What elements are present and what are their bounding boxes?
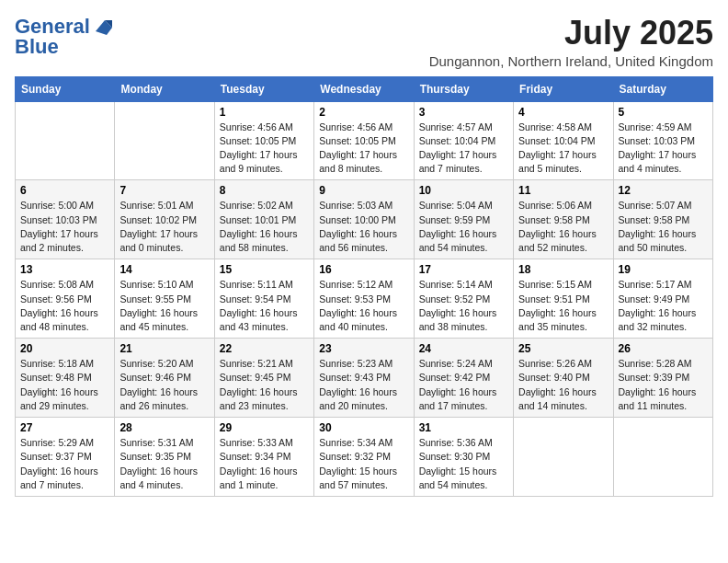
day-number: 8 <box>220 184 309 197</box>
day-number: 16 <box>319 263 408 276</box>
weekday-header-wednesday: Wednesday <box>314 76 414 101</box>
day-detail: Sunrise: 5:28 AMSunset: 9:39 PMDaylight:… <box>619 357 708 413</box>
day-detail: Sunrise: 5:00 AMSunset: 10:03 PMDaylight… <box>20 199 109 255</box>
day-detail: Sunrise: 5:12 AMSunset: 9:53 PMDaylight:… <box>319 278 408 334</box>
calendar-week-row: 13 Sunrise: 5:08 AMSunset: 9:56 PMDaylig… <box>16 259 713 339</box>
day-detail: Sunrise: 5:34 AMSunset: 9:32 PMDaylight:… <box>319 436 408 492</box>
day-number: 6 <box>20 184 109 197</box>
calendar-cell: 20 Sunrise: 5:18 AMSunset: 9:48 PMDaylig… <box>16 339 115 418</box>
day-number: 15 <box>220 263 309 276</box>
location-subtitle: Dungannon, Northern Ireland, United King… <box>429 53 713 69</box>
day-number: 9 <box>319 184 408 197</box>
day-detail: Sunrise: 5:10 AMSunset: 9:55 PMDaylight:… <box>119 278 209 334</box>
calendar-cell: 9 Sunrise: 5:03 AMSunset: 10:00 PMDaylig… <box>314 180 414 259</box>
logo-icon <box>92 18 112 35</box>
calendar-cell: 21 Sunrise: 5:20 AMSunset: 9:46 PMDaylig… <box>115 339 214 418</box>
calendar-cell: 30 Sunrise: 5:34 AMSunset: 9:32 PMDaylig… <box>314 418 414 497</box>
day-detail: Sunrise: 5:17 AMSunset: 9:49 PMDaylight:… <box>619 278 708 334</box>
day-number: 10 <box>419 184 508 197</box>
calendar-cell: 10 Sunrise: 5:04 AMSunset: 9:59 PMDaylig… <box>414 180 513 259</box>
calendar-cell: 15 Sunrise: 5:11 AMSunset: 9:54 PMDaylig… <box>214 259 313 339</box>
calendar-cell <box>613 418 712 497</box>
day-detail: Sunrise: 5:02 AMSunset: 10:01 PMDaylight… <box>220 199 309 255</box>
calendar-cell: 6 Sunrise: 5:00 AMSunset: 10:03 PMDaylig… <box>16 180 115 259</box>
weekday-header-tuesday: Tuesday <box>214 76 313 101</box>
calendar-cell: 27 Sunrise: 5:29 AMSunset: 9:37 PMDaylig… <box>16 418 115 497</box>
title-block: July 2025 Dungannon, Northern Ireland, U… <box>429 15 713 69</box>
day-detail: Sunrise: 5:07 AMSunset: 9:58 PMDaylight:… <box>619 199 708 255</box>
calendar-cell: 11 Sunrise: 5:06 AMSunset: 9:58 PMDaylig… <box>514 180 613 259</box>
calendar-week-row: 27 Sunrise: 5:29 AMSunset: 9:37 PMDaylig… <box>16 418 713 497</box>
day-detail: Sunrise: 4:56 AMSunset: 10:05 PMDaylight… <box>220 121 309 177</box>
weekday-header-row: SundayMondayTuesdayWednesdayThursdayFrid… <box>16 76 713 101</box>
calendar-table: SundayMondayTuesdayWednesdayThursdayFrid… <box>15 76 713 497</box>
day-detail: Sunrise: 5:23 AMSunset: 9:43 PMDaylight:… <box>319 357 408 413</box>
calendar-cell: 16 Sunrise: 5:12 AMSunset: 9:53 PMDaylig… <box>314 259 414 339</box>
calendar-week-row: 20 Sunrise: 5:18 AMSunset: 9:48 PMDaylig… <box>16 339 713 418</box>
day-number: 17 <box>419 263 508 276</box>
day-detail: Sunrise: 5:29 AMSunset: 9:37 PMDaylight:… <box>20 436 109 492</box>
day-detail: Sunrise: 5:04 AMSunset: 9:59 PMDaylight:… <box>419 199 508 255</box>
day-detail: Sunrise: 5:14 AMSunset: 9:52 PMDaylight:… <box>419 278 508 334</box>
logo: General Blue <box>15 15 112 59</box>
weekday-header-saturday: Saturday <box>613 76 712 101</box>
day-number: 2 <box>319 106 408 119</box>
calendar-cell: 31 Sunrise: 5:36 AMSunset: 9:30 PMDaylig… <box>414 418 513 497</box>
calendar-cell: 12 Sunrise: 5:07 AMSunset: 9:58 PMDaylig… <box>613 180 712 259</box>
calendar-week-row: 6 Sunrise: 5:00 AMSunset: 10:03 PMDaylig… <box>16 180 713 259</box>
day-number: 28 <box>119 421 209 434</box>
weekday-header-sunday: Sunday <box>16 76 115 101</box>
calendar-cell: 25 Sunrise: 5:26 AMSunset: 9:40 PMDaylig… <box>514 339 613 418</box>
day-number: 7 <box>119 184 209 197</box>
day-number: 29 <box>220 421 309 434</box>
calendar-cell: 13 Sunrise: 5:08 AMSunset: 9:56 PMDaylig… <box>16 259 115 339</box>
weekday-header-friday: Friday <box>514 76 613 101</box>
day-detail: Sunrise: 5:33 AMSunset: 9:34 PMDaylight:… <box>220 436 309 492</box>
calendar-cell: 8 Sunrise: 5:02 AMSunset: 10:01 PMDaylig… <box>214 180 313 259</box>
calendar-cell: 28 Sunrise: 5:31 AMSunset: 9:35 PMDaylig… <box>115 418 214 497</box>
day-number: 4 <box>518 106 608 119</box>
day-detail: Sunrise: 5:24 AMSunset: 9:42 PMDaylight:… <box>419 357 508 413</box>
calendar-cell <box>115 101 214 180</box>
day-detail: Sunrise: 5:20 AMSunset: 9:46 PMDaylight:… <box>119 357 209 413</box>
calendar-cell: 19 Sunrise: 5:17 AMSunset: 9:49 PMDaylig… <box>613 259 712 339</box>
calendar-cell: 17 Sunrise: 5:14 AMSunset: 9:52 PMDaylig… <box>414 259 513 339</box>
day-number: 14 <box>119 263 209 276</box>
day-number: 18 <box>518 263 608 276</box>
calendar-cell: 3 Sunrise: 4:57 AMSunset: 10:04 PMDaylig… <box>414 101 513 180</box>
calendar-cell: 14 Sunrise: 5:10 AMSunset: 9:55 PMDaylig… <box>115 259 214 339</box>
day-number: 20 <box>20 342 109 355</box>
day-number: 5 <box>619 106 708 119</box>
calendar-cell: 23 Sunrise: 5:23 AMSunset: 9:43 PMDaylig… <box>314 339 414 418</box>
day-detail: Sunrise: 5:26 AMSunset: 9:40 PMDaylight:… <box>518 357 608 413</box>
day-number: 11 <box>518 184 608 197</box>
logo-blue: Blue <box>15 35 59 59</box>
calendar-cell: 4 Sunrise: 4:58 AMSunset: 10:04 PMDaylig… <box>514 101 613 180</box>
day-number: 21 <box>119 342 209 355</box>
day-number: 22 <box>220 342 309 355</box>
calendar-cell: 2 Sunrise: 4:56 AMSunset: 10:05 PMDaylig… <box>314 101 414 180</box>
calendar-cell <box>16 101 115 180</box>
page-header: General Blue July 2025 Dungannon, Northe… <box>15 15 713 69</box>
calendar-cell: 29 Sunrise: 5:33 AMSunset: 9:34 PMDaylig… <box>214 418 313 497</box>
day-detail: Sunrise: 5:15 AMSunset: 9:51 PMDaylight:… <box>518 278 608 334</box>
day-number: 31 <box>419 421 508 434</box>
day-detail: Sunrise: 4:56 AMSunset: 10:05 PMDaylight… <box>319 121 408 177</box>
calendar-cell: 18 Sunrise: 5:15 AMSunset: 9:51 PMDaylig… <box>514 259 613 339</box>
day-number: 23 <box>319 342 408 355</box>
day-number: 25 <box>518 342 608 355</box>
calendar-cell: 26 Sunrise: 5:28 AMSunset: 9:39 PMDaylig… <box>613 339 712 418</box>
day-detail: Sunrise: 5:01 AMSunset: 10:02 PMDaylight… <box>119 199 209 255</box>
day-number: 26 <box>619 342 708 355</box>
day-detail: Sunrise: 5:36 AMSunset: 9:30 PMDaylight:… <box>419 436 508 492</box>
day-number: 24 <box>419 342 508 355</box>
day-number: 19 <box>619 263 708 276</box>
day-detail: Sunrise: 5:21 AMSunset: 9:45 PMDaylight:… <box>220 357 309 413</box>
day-detail: Sunrise: 5:06 AMSunset: 9:58 PMDaylight:… <box>518 199 608 255</box>
day-detail: Sunrise: 5:31 AMSunset: 9:35 PMDaylight:… <box>119 436 209 492</box>
day-number: 12 <box>619 184 708 197</box>
month-year-title: July 2025 <box>429 15 713 52</box>
calendar-cell: 5 Sunrise: 4:59 AMSunset: 10:03 PMDaylig… <box>613 101 712 180</box>
calendar-week-row: 1 Sunrise: 4:56 AMSunset: 10:05 PMDaylig… <box>16 101 713 180</box>
weekday-header-monday: Monday <box>115 76 214 101</box>
